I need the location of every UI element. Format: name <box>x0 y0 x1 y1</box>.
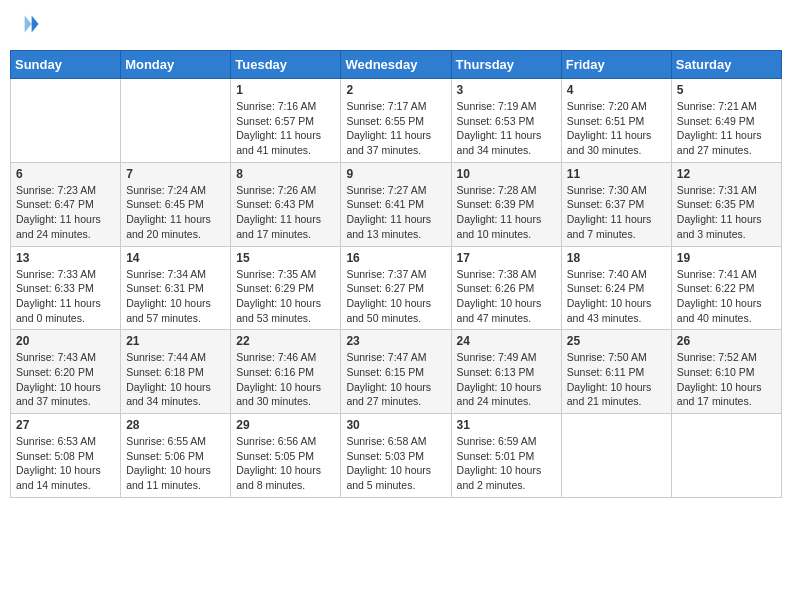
week-row-1: 6Sunrise: 7:23 AMSunset: 6:47 PMDaylight… <box>11 162 782 246</box>
day-info: Sunrise: 7:46 AMSunset: 6:16 PMDaylight:… <box>236 350 335 409</box>
day-number: 16 <box>346 251 445 265</box>
calendar-cell <box>561 414 671 498</box>
weekday-header-sunday: Sunday <box>11 51 121 79</box>
day-number: 4 <box>567 83 666 97</box>
day-number: 9 <box>346 167 445 181</box>
weekday-header-thursday: Thursday <box>451 51 561 79</box>
weekday-header-tuesday: Tuesday <box>231 51 341 79</box>
day-info: Sunrise: 7:52 AMSunset: 6:10 PMDaylight:… <box>677 350 776 409</box>
calendar-cell: 10Sunrise: 7:28 AMSunset: 6:39 PMDayligh… <box>451 162 561 246</box>
day-info: Sunrise: 7:49 AMSunset: 6:13 PMDaylight:… <box>457 350 556 409</box>
day-number: 7 <box>126 167 225 181</box>
day-number: 25 <box>567 334 666 348</box>
logo-icon <box>12 10 40 38</box>
calendar-cell <box>11 79 121 163</box>
calendar-cell: 28Sunrise: 6:55 AMSunset: 5:06 PMDayligh… <box>121 414 231 498</box>
calendar-cell: 29Sunrise: 6:56 AMSunset: 5:05 PMDayligh… <box>231 414 341 498</box>
weekday-header-row: SundayMondayTuesdayWednesdayThursdayFrid… <box>11 51 782 79</box>
day-number: 13 <box>16 251 115 265</box>
day-number: 21 <box>126 334 225 348</box>
calendar-cell <box>671 414 781 498</box>
day-info: Sunrise: 7:44 AMSunset: 6:18 PMDaylight:… <box>126 350 225 409</box>
day-info: Sunrise: 7:31 AMSunset: 6:35 PMDaylight:… <box>677 183 776 242</box>
day-number: 8 <box>236 167 335 181</box>
calendar-cell: 8Sunrise: 7:26 AMSunset: 6:43 PMDaylight… <box>231 162 341 246</box>
day-info: Sunrise: 7:19 AMSunset: 6:53 PMDaylight:… <box>457 99 556 158</box>
day-number: 20 <box>16 334 115 348</box>
calendar-cell: 5Sunrise: 7:21 AMSunset: 6:49 PMDaylight… <box>671 79 781 163</box>
calendar-cell: 12Sunrise: 7:31 AMSunset: 6:35 PMDayligh… <box>671 162 781 246</box>
day-info: Sunrise: 6:59 AMSunset: 5:01 PMDaylight:… <box>457 434 556 493</box>
calendar-cell: 16Sunrise: 7:37 AMSunset: 6:27 PMDayligh… <box>341 246 451 330</box>
day-info: Sunrise: 6:56 AMSunset: 5:05 PMDaylight:… <box>236 434 335 493</box>
day-number: 11 <box>567 167 666 181</box>
day-number: 24 <box>457 334 556 348</box>
day-number: 26 <box>677 334 776 348</box>
day-info: Sunrise: 7:17 AMSunset: 6:55 PMDaylight:… <box>346 99 445 158</box>
calendar-cell: 30Sunrise: 6:58 AMSunset: 5:03 PMDayligh… <box>341 414 451 498</box>
day-number: 30 <box>346 418 445 432</box>
day-info: Sunrise: 7:37 AMSunset: 6:27 PMDaylight:… <box>346 267 445 326</box>
calendar-cell: 24Sunrise: 7:49 AMSunset: 6:13 PMDayligh… <box>451 330 561 414</box>
week-row-2: 13Sunrise: 7:33 AMSunset: 6:33 PMDayligh… <box>11 246 782 330</box>
weekday-header-wednesday: Wednesday <box>341 51 451 79</box>
day-info: Sunrise: 7:24 AMSunset: 6:45 PMDaylight:… <box>126 183 225 242</box>
weekday-header-saturday: Saturday <box>671 51 781 79</box>
day-number: 22 <box>236 334 335 348</box>
day-info: Sunrise: 6:55 AMSunset: 5:06 PMDaylight:… <box>126 434 225 493</box>
day-info: Sunrise: 7:43 AMSunset: 6:20 PMDaylight:… <box>16 350 115 409</box>
day-info: Sunrise: 7:27 AMSunset: 6:41 PMDaylight:… <box>346 183 445 242</box>
calendar-cell: 13Sunrise: 7:33 AMSunset: 6:33 PMDayligh… <box>11 246 121 330</box>
day-info: Sunrise: 7:23 AMSunset: 6:47 PMDaylight:… <box>16 183 115 242</box>
day-number: 31 <box>457 418 556 432</box>
calendar-cell: 18Sunrise: 7:40 AMSunset: 6:24 PMDayligh… <box>561 246 671 330</box>
day-info: Sunrise: 7:20 AMSunset: 6:51 PMDaylight:… <box>567 99 666 158</box>
calendar-table: SundayMondayTuesdayWednesdayThursdayFrid… <box>10 50 782 498</box>
svg-marker-0 <box>32 16 39 33</box>
page-header <box>10 10 782 42</box>
calendar-cell: 6Sunrise: 7:23 AMSunset: 6:47 PMDaylight… <box>11 162 121 246</box>
calendar-cell: 23Sunrise: 7:47 AMSunset: 6:15 PMDayligh… <box>341 330 451 414</box>
day-number: 28 <box>126 418 225 432</box>
week-row-4: 27Sunrise: 6:53 AMSunset: 5:08 PMDayligh… <box>11 414 782 498</box>
calendar-cell: 22Sunrise: 7:46 AMSunset: 6:16 PMDayligh… <box>231 330 341 414</box>
day-info: Sunrise: 7:33 AMSunset: 6:33 PMDaylight:… <box>16 267 115 326</box>
weekday-header-monday: Monday <box>121 51 231 79</box>
calendar-cell: 9Sunrise: 7:27 AMSunset: 6:41 PMDaylight… <box>341 162 451 246</box>
day-info: Sunrise: 7:40 AMSunset: 6:24 PMDaylight:… <box>567 267 666 326</box>
calendar-cell: 1Sunrise: 7:16 AMSunset: 6:57 PMDaylight… <box>231 79 341 163</box>
calendar-cell: 2Sunrise: 7:17 AMSunset: 6:55 PMDaylight… <box>341 79 451 163</box>
calendar-cell: 17Sunrise: 7:38 AMSunset: 6:26 PMDayligh… <box>451 246 561 330</box>
day-number: 3 <box>457 83 556 97</box>
day-info: Sunrise: 6:53 AMSunset: 5:08 PMDaylight:… <box>16 434 115 493</box>
day-info: Sunrise: 7:30 AMSunset: 6:37 PMDaylight:… <box>567 183 666 242</box>
calendar-cell: 25Sunrise: 7:50 AMSunset: 6:11 PMDayligh… <box>561 330 671 414</box>
calendar-cell: 4Sunrise: 7:20 AMSunset: 6:51 PMDaylight… <box>561 79 671 163</box>
calendar-cell: 20Sunrise: 7:43 AMSunset: 6:20 PMDayligh… <box>11 330 121 414</box>
day-info: Sunrise: 7:41 AMSunset: 6:22 PMDaylight:… <box>677 267 776 326</box>
svg-marker-1 <box>25 16 32 33</box>
day-info: Sunrise: 7:34 AMSunset: 6:31 PMDaylight:… <box>126 267 225 326</box>
calendar-cell: 31Sunrise: 6:59 AMSunset: 5:01 PMDayligh… <box>451 414 561 498</box>
day-number: 15 <box>236 251 335 265</box>
calendar-cell: 27Sunrise: 6:53 AMSunset: 5:08 PMDayligh… <box>11 414 121 498</box>
day-number: 5 <box>677 83 776 97</box>
calendar-cell: 14Sunrise: 7:34 AMSunset: 6:31 PMDayligh… <box>121 246 231 330</box>
day-number: 27 <box>16 418 115 432</box>
calendar-cell: 7Sunrise: 7:24 AMSunset: 6:45 PMDaylight… <box>121 162 231 246</box>
day-info: Sunrise: 6:58 AMSunset: 5:03 PMDaylight:… <box>346 434 445 493</box>
day-number: 10 <box>457 167 556 181</box>
day-number: 29 <box>236 418 335 432</box>
day-number: 19 <box>677 251 776 265</box>
day-info: Sunrise: 7:47 AMSunset: 6:15 PMDaylight:… <box>346 350 445 409</box>
day-info: Sunrise: 7:38 AMSunset: 6:26 PMDaylight:… <box>457 267 556 326</box>
day-info: Sunrise: 7:50 AMSunset: 6:11 PMDaylight:… <box>567 350 666 409</box>
weekday-header-friday: Friday <box>561 51 671 79</box>
day-info: Sunrise: 7:16 AMSunset: 6:57 PMDaylight:… <box>236 99 335 158</box>
day-info: Sunrise: 7:28 AMSunset: 6:39 PMDaylight:… <box>457 183 556 242</box>
day-number: 14 <box>126 251 225 265</box>
calendar-cell: 26Sunrise: 7:52 AMSunset: 6:10 PMDayligh… <box>671 330 781 414</box>
week-row-3: 20Sunrise: 7:43 AMSunset: 6:20 PMDayligh… <box>11 330 782 414</box>
day-number: 2 <box>346 83 445 97</box>
logo <box>10 10 42 42</box>
